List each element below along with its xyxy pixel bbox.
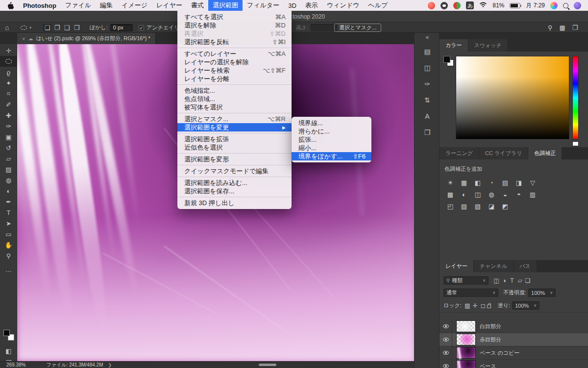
tab-swatches[interactable]: スウォッチ <box>468 39 508 52</box>
tab-learning[interactable]: ラーニング <box>440 147 479 159</box>
menu-item-all-layers[interactable]: すべてのレイヤー⌥⌘A <box>177 50 292 58</box>
tab-cc-libraries[interactable]: CC ライブラリ <box>479 147 528 159</box>
menubar-item-type[interactable]: 書式 <box>187 0 208 11</box>
layer-visibility-toggle[interactable] <box>440 333 452 346</box>
search-icon[interactable]: ⚲ <box>548 24 553 31</box>
menu-item-new-3d-extrusion[interactable]: 新規 3D 押し出し <box>177 199 292 207</box>
adjustment-icon[interactable]: ▤ <box>499 179 511 186</box>
adjustment-icon[interactable]: ▨ <box>458 203 470 210</box>
pen-tool[interactable]: ✒ <box>0 196 17 207</box>
adjustment-icon[interactable]: ▩ <box>444 191 456 198</box>
menu-item-save-selection[interactable]: 選択範囲を保存... <box>177 187 292 195</box>
foreground-color-chip[interactable] <box>443 56 450 63</box>
selection-mode-add-button[interactable]: ❐ <box>53 24 61 31</box>
menu-item-inverse[interactable]: 選択範囲を反転⇧⌘I <box>177 38 292 46</box>
adjustment-icon[interactable]: ◔ <box>486 179 497 186</box>
gradient-tool[interactable]: ▨ <box>0 164 17 175</box>
apple-menu[interactable] <box>0 0 19 11</box>
properties-panel-icon[interactable]: ▤ <box>415 48 440 55</box>
filter-adjustment-layers-icon[interactable]: ◑ <box>500 277 508 284</box>
adjustment-icon[interactable]: ◓ <box>513 191 525 198</box>
home-icon[interactable]: ⌂ <box>5 22 9 33</box>
menubar-item-window[interactable]: ウィンドウ <box>322 0 364 11</box>
tool-preset-chip[interactable]: ▾ <box>21 22 31 33</box>
wifi-icon[interactable] <box>479 2 487 9</box>
layer-visibility-toggle[interactable] <box>440 360 452 368</box>
quick-selection-tool[interactable]: ✦ <box>0 78 17 88</box>
grid-view-icon[interactable]: ▦ <box>560 24 565 31</box>
adjustment-icon[interactable]: ◨ <box>513 179 525 186</box>
3d-panel-icon[interactable]: ❒ <box>415 129 440 136</box>
menubar-clock[interactable]: 月 7:29 <box>526 1 545 10</box>
lock-all-icon[interactable] <box>487 305 491 308</box>
blur-tool[interactable]: ◍ <box>0 175 17 185</box>
edit-toolbar-icon[interactable]: … <box>0 264 17 275</box>
menu-item-quick-mask-mode[interactable]: クイックマスクモードで編集 <box>177 167 292 175</box>
filter-shape-layers-icon[interactable]: ▱ <box>516 277 524 284</box>
tab-adjustments[interactable]: 色調補正 <box>528 147 562 159</box>
adjustment-icon[interactable]: ◐ <box>458 191 470 198</box>
document-tab[interactable]: × ☁ はいせ (2).psdc @ 269% (赤目部分, RGB/16*) … <box>17 33 156 44</box>
app-status-icon[interactable] <box>428 2 435 9</box>
menu-item-deselect[interactable]: 選択を解除⌘D <box>177 21 292 29</box>
brush-settings-panel-icon[interactable]: ✑ <box>415 80 440 88</box>
adjustment-icon[interactable]: ☀ <box>444 179 456 186</box>
eyedropper-tool[interactable]: ✐ <box>0 99 17 110</box>
menu-item-similar[interactable]: 近似色を選択 <box>177 143 292 152</box>
fill-dropdown[interactable]: 100% ∨ <box>512 301 539 310</box>
menu-item-expand[interactable]: 拡張... <box>292 135 371 144</box>
menubar-item-help[interactable]: ヘルプ <box>364 0 392 11</box>
antialias-checkbox[interactable]: ✓ <box>139 25 144 30</box>
clone-stamp-tool[interactable]: ▣ <box>0 131 17 142</box>
zoom-level[interactable]: 269.38% <box>6 362 25 368</box>
layer-visibility-toggle[interactable] <box>440 346 452 359</box>
move-tool[interactable]: ✛ <box>0 45 17 56</box>
close-tab-icon[interactable]: × <box>22 36 25 42</box>
tab-color[interactable]: カラー <box>440 39 468 52</box>
menu-item-load-selection[interactable]: 選択範囲を読み込む... <box>177 179 292 187</box>
eraser-tool[interactable]: ▱ <box>0 153 17 164</box>
menu-item-modify[interactable]: 選択範囲を変更▶ <box>177 123 292 131</box>
adjustment-icon[interactable]: ◒ <box>499 191 511 198</box>
history-panel-icon[interactable]: ⇅ <box>415 96 440 104</box>
crop-tool[interactable]: ⌗ <box>0 88 17 99</box>
menubar-item-edit[interactable]: 編集 <box>96 0 117 11</box>
shape-tool[interactable]: ▭ <box>0 229 17 239</box>
adjustment-icon[interactable]: ◧ <box>472 179 484 186</box>
blend-mode-dropdown[interactable]: 通常 ∨ <box>443 289 498 297</box>
lasso-tool[interactable]: ϱ <box>0 67 17 78</box>
filter-type-layers-icon[interactable]: T <box>508 277 516 284</box>
menu-item-transform-selection[interactable]: 選択範囲を変形 <box>177 155 292 163</box>
quick-mask-button[interactable]: ◧ <box>0 345 17 356</box>
filter-pixel-layers-icon[interactable]: ◫ <box>492 277 500 284</box>
adjustment-icon[interactable]: ▥ <box>527 191 539 198</box>
menu-item-smooth[interactable]: 滑らかに... <box>292 127 371 135</box>
workspace-switcher-icon[interactable]: ❐ <box>572 24 578 31</box>
foreground-color-swatch[interactable] <box>3 330 10 336</box>
layer-thumbnail[interactable] <box>456 347 476 359</box>
character-panel-icon[interactable]: A <box>415 112 440 120</box>
layer-thumbnail[interactable] <box>456 360 476 368</box>
menu-item-feather[interactable]: 境界をぼかす...⇧F6 <box>292 152 371 160</box>
menu-item-color-range[interactable]: 色域指定... <box>177 86 292 95</box>
app-status-icon[interactable] <box>453 2 461 9</box>
menu-item-contract[interactable]: 縮小... <box>292 144 371 152</box>
layer-row[interactable]: ベース のコピー <box>440 346 588 360</box>
saturation-brightness-field[interactable] <box>456 56 569 139</box>
layer-visibility-toggle[interactable] <box>440 320 452 333</box>
elliptical-marquee-tool[interactable] <box>0 56 17 67</box>
menubar-item-view[interactable]: 表示 <box>301 0 322 11</box>
selection-mode-new-button[interactable]: ❏ <box>43 24 51 31</box>
spotlight-icon[interactable] <box>563 3 568 8</box>
menubar-item-select[interactable]: 選択範囲 <box>208 0 243 11</box>
zoom-tool[interactable]: ⚲ <box>0 250 17 261</box>
adjustment-icon[interactable]: ◍ <box>486 191 497 198</box>
hand-tool[interactable]: ✋ <box>0 239 17 250</box>
healing-brush-tool[interactable]: ✚ <box>0 110 17 121</box>
tab-layers[interactable]: レイヤー <box>440 260 474 272</box>
tab-paths[interactable]: パス <box>514 260 537 272</box>
menu-item-border[interactable]: 境界線... <box>292 119 371 127</box>
adjustment-icon[interactable]: ◪ <box>486 203 497 210</box>
menu-item-focus-area[interactable]: 焦点領域... <box>177 95 292 103</box>
collapse-panels-icon[interactable]: « <box>415 34 440 41</box>
